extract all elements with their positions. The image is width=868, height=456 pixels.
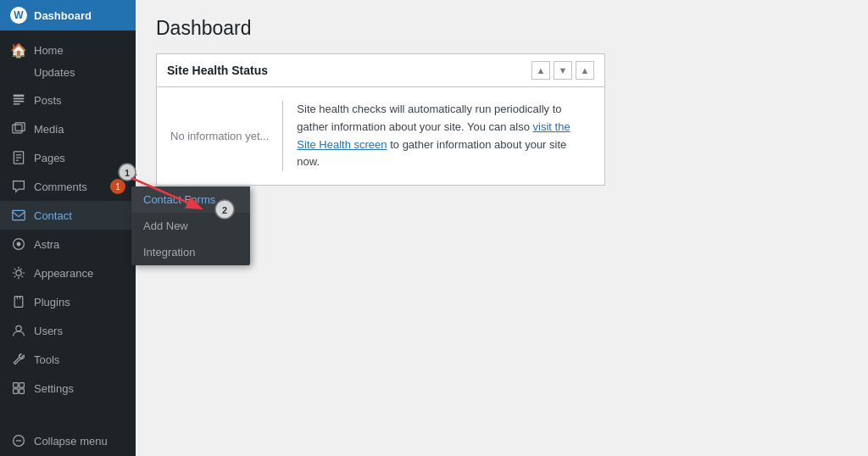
svg-rect-18 bbox=[14, 383, 19, 388]
contact-submenu: Contact Forms Add New Integration bbox=[131, 186, 250, 265]
sidebar-item-appearance[interactable]: Appearance bbox=[0, 259, 136, 287]
sidebar-item-astra[interactable]: Astra bbox=[0, 230, 136, 259]
submenu-integration-label: Integration bbox=[143, 246, 195, 259]
collapse-icon bbox=[10, 432, 27, 449]
sidebar-item-pages[interactable]: Pages bbox=[0, 143, 136, 172]
comments-badge: 1 bbox=[110, 179, 125, 194]
sidebar-item-home[interactable]: 🏠 Home bbox=[0, 36, 136, 64]
sidebar-item-plugins[interactable]: Plugins bbox=[0, 287, 136, 316]
pages-label: Pages bbox=[34, 152, 65, 164]
submenu-item-contact-forms[interactable]: Contact Forms bbox=[131, 186, 250, 213]
submenu-contact-forms-label: Contact Forms bbox=[143, 193, 215, 206]
svg-point-17 bbox=[16, 325, 21, 331]
svg-rect-5 bbox=[15, 123, 25, 131]
svg-rect-20 bbox=[14, 389, 19, 394]
sidebar-item-posts[interactable]: Posts bbox=[0, 86, 136, 114]
contact-icon bbox=[10, 207, 27, 224]
pages-icon bbox=[10, 149, 27, 166]
sidebar: W Dashboard 🏠 Home Updates Posts Media bbox=[0, 0, 136, 456]
appearance-icon bbox=[10, 264, 27, 281]
media-label: Media bbox=[34, 123, 64, 136]
home-icon: 🏠 bbox=[10, 42, 27, 58]
tools-label: Tools bbox=[34, 353, 59, 366]
contact-label: Contact bbox=[34, 209, 72, 222]
widget-title: Site Health Status bbox=[167, 64, 531, 77]
submenu-add-new-label: Add New bbox=[143, 220, 188, 232]
sidebar-home-section: 🏠 Home Updates bbox=[0, 31, 136, 86]
site-health-widget: Site Health Status ▲ ▼ ▲ No information … bbox=[156, 53, 605, 186]
widget-body: No information yet... Site health checks… bbox=[157, 87, 604, 185]
appearance-label: Appearance bbox=[34, 267, 93, 280]
svg-rect-3 bbox=[14, 103, 20, 105]
posts-label: Posts bbox=[34, 94, 62, 107]
widget-collapse-up-button[interactable]: ▲ bbox=[531, 61, 550, 80]
svg-rect-21 bbox=[19, 389, 25, 394]
sidebar-item-comments[interactable]: Comments 1 bbox=[0, 172, 136, 201]
submenu-item-add-new[interactable]: Add New bbox=[131, 213, 250, 239]
svg-rect-4 bbox=[13, 125, 22, 133]
svg-rect-1 bbox=[14, 98, 25, 100]
sidebar-header[interactable]: W Dashboard bbox=[0, 0, 136, 31]
widget-collapse-down-button[interactable]: ▼ bbox=[554, 61, 572, 80]
widget-description: Site health checks will automatically ru… bbox=[297, 101, 591, 171]
svg-rect-14 bbox=[14, 297, 23, 308]
svg-point-13 bbox=[16, 270, 21, 275]
comments-icon bbox=[10, 178, 27, 195]
svg-rect-0 bbox=[14, 95, 25, 97]
settings-icon bbox=[10, 380, 27, 397]
sidebar-item-media[interactable]: Media bbox=[0, 114, 136, 143]
widget-header: Site Health Status ▲ ▼ ▲ bbox=[157, 54, 604, 87]
svg-rect-19 bbox=[19, 383, 25, 388]
sidebar-updates-label: Updates bbox=[34, 66, 75, 79]
posts-icon bbox=[10, 92, 27, 108]
sidebar-item-contact[interactable]: Contact bbox=[0, 201, 136, 230]
page-title: Dashboard bbox=[156, 17, 848, 40]
sidebar-title: Dashboard bbox=[34, 9, 92, 22]
sidebar-item-tools[interactable]: Tools bbox=[0, 345, 136, 374]
widget-description-text: Site health checks will automatically ru… bbox=[297, 103, 561, 133]
plugins-icon bbox=[10, 293, 27, 310]
sidebar-item-settings[interactable]: Settings bbox=[0, 374, 136, 403]
comments-label: Comments bbox=[34, 181, 87, 193]
wp-logo-icon: W bbox=[10, 7, 27, 24]
astra-icon bbox=[10, 236, 27, 253]
plugins-label: Plugins bbox=[34, 296, 70, 309]
tools-icon bbox=[10, 351, 27, 368]
widget-no-info: No information yet... bbox=[170, 101, 283, 171]
widget-toggle-button[interactable]: ▲ bbox=[576, 61, 594, 80]
media-icon bbox=[10, 120, 27, 137]
submenu-item-integration[interactable]: Integration bbox=[131, 239, 250, 265]
svg-rect-2 bbox=[14, 101, 25, 103]
sidebar-item-users[interactable]: Users bbox=[0, 316, 136, 345]
svg-rect-10 bbox=[13, 210, 25, 220]
sidebar-item-updates[interactable]: Updates bbox=[0, 64, 136, 81]
astra-label: Astra bbox=[34, 238, 59, 251]
settings-label: Settings bbox=[34, 382, 74, 395]
svg-point-12 bbox=[17, 242, 21, 247]
users-label: Users bbox=[34, 325, 63, 337]
collapse-menu-button[interactable]: Collapse menu bbox=[0, 425, 136, 456]
sidebar-home-label: Home bbox=[34, 44, 64, 57]
collapse-label: Collapse menu bbox=[34, 435, 108, 448]
widget-controls: ▲ ▼ ▲ bbox=[531, 61, 594, 80]
users-icon bbox=[10, 322, 27, 339]
